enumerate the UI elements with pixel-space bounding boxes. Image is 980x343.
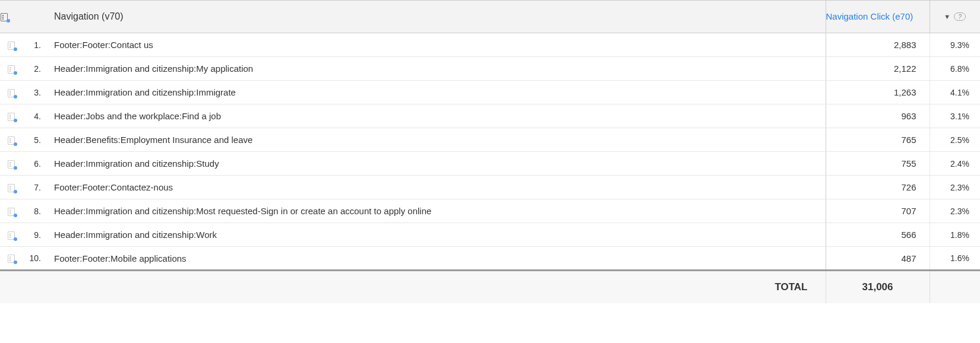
help-icon[interactable]: ? [954,12,966,21]
table-row[interactable]: 1.Footer:Footer:Contact us2,8839.3% [0,33,980,57]
breakdown-icon[interactable] [7,207,17,217]
row-value: 2,883 [826,33,930,57]
total-row: TOTAL 31,006 [0,271,980,303]
row-dimension: Header:Immigration and citizenship:Study [45,152,826,176]
breakdown-icon[interactable] [7,183,17,193]
row-rank: 1. [24,33,45,57]
row-dimension: Footer:Footer:Contact us [45,33,826,57]
table-row[interactable]: 4.Header:Jobs and the workplace:Find a j… [0,104,980,128]
row-value: 707 [826,199,930,223]
row-rank: 8. [24,199,45,223]
row-value: 566 [826,223,930,247]
total-label: TOTAL [0,271,826,303]
report-table: Navigation (v70) Navigation Click (e70) … [0,0,980,303]
row-percent: 9.3% [930,33,980,57]
row-rank: 2. [24,57,45,81]
row-rank: 7. [24,176,45,199]
row-percent: 2.4% [930,152,980,176]
row-rank: 4. [24,104,45,128]
table-row[interactable]: 10.Footer:Footer:Mobile applications4871… [0,247,980,271]
breakdown-icon[interactable] [7,160,17,169]
breakdown-icon[interactable] [7,65,17,74]
table-row[interactable]: 5.Header:Benefits:Employment Insurance a… [0,128,980,152]
dimension-header[interactable]: Navigation (v70) [45,11,124,21]
row-percent: 3.1% [930,104,980,128]
row-rank: 5. [24,128,45,152]
row-value: 755 [826,152,930,176]
row-dimension: Header:Benefits:Employment Insurance and… [45,128,826,152]
row-rank: 6. [24,152,45,176]
row-value: 765 [826,128,930,152]
row-percent: 1.6% [930,247,980,271]
table-row[interactable]: 3.Header:Immigration and citizenship:Imm… [0,81,980,104]
row-rank: 9. [24,223,45,247]
table-row[interactable]: 9.Header:Immigration and citizenship:Wor… [0,223,980,247]
row-value: 487 [826,247,930,271]
row-rank: 10. [24,247,45,271]
row-rank: 3. [24,81,45,104]
breakdown-icon[interactable] [7,88,17,98]
sort-desc-icon[interactable]: ▼ [944,13,950,20]
row-dimension: Header:Immigration and citizenship:My ap… [45,57,826,81]
row-value: 1,263 [826,81,930,104]
breakdown-icon[interactable] [7,254,17,263]
table-row[interactable]: 2.Header:Immigration and citizenship:My … [0,57,980,81]
table-row[interactable]: 7.Footer:Footer:Contactez-nous7262.3% [0,176,980,199]
table-row[interactable]: 8.Header:Immigration and citizenship:Mos… [0,199,980,223]
row-dimension: Header:Immigration and citizenship:Most … [45,199,826,223]
metric-header[interactable]: Navigation Click (e70) [826,11,913,23]
header-row: Navigation (v70) Navigation Click (e70) … [0,1,980,33]
row-percent: 2.3% [930,199,980,223]
breakdown-icon[interactable] [7,231,17,240]
breakdown-icon[interactable] [7,136,17,145]
row-percent: 4.1% [930,81,980,104]
row-dimension: Header:Immigration and citizenship:Work [45,223,826,247]
row-percent: 2.3% [930,176,980,199]
row-dimension: Header:Jobs and the workplace:Find a job [45,104,826,128]
table-row[interactable]: 6.Header:Immigration and citizenship:Stu… [0,152,980,176]
breakdown-icon[interactable] [7,112,17,122]
breakdown-icon[interactable] [7,41,17,50]
row-percent: 1.8% [930,223,980,247]
row-value: 726 [826,176,930,199]
row-dimension: Footer:Footer:Contactez-nous [45,176,826,199]
row-percent: 2.5% [930,128,980,152]
row-dimension: Footer:Footer:Mobile applications [45,247,826,271]
row-dimension: Header:Immigration and citizenship:Immig… [45,81,826,104]
row-value: 963 [826,104,930,128]
breakdown-icon[interactable] [0,12,10,22]
row-value: 2,122 [826,57,930,81]
row-percent: 6.8% [930,57,980,81]
total-value: 31,006 [826,271,930,303]
